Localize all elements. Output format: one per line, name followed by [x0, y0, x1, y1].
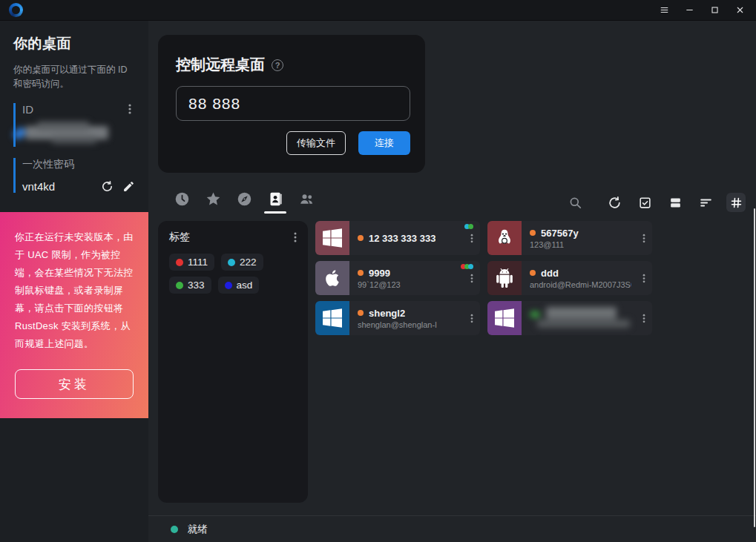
- peer-tabs: [173, 191, 315, 214]
- tab-recent-sessions[interactable]: [173, 191, 191, 214]
- scrollbar-thumb[interactable]: [754, 208, 755, 527]
- connect-remote-card: 控制远程桌面 ? 传输文件 连接: [158, 35, 425, 173]
- regenerate-password-icon[interactable]: [101, 180, 114, 193]
- refresh-button[interactable]: [605, 193, 624, 212]
- peer-card-linux[interactable]: 567567y 123@111: [487, 221, 652, 255]
- tags-title: 标签: [169, 231, 190, 244]
- tag-chip[interactable]: asd: [218, 277, 260, 294]
- peer-card-windows[interactable]: [487, 301, 652, 335]
- list-view-button[interactable]: [696, 193, 715, 212]
- status-bar: 就绪: [148, 515, 756, 542]
- peer-card-windows[interactable]: shengl2 shenglan@shenglan-l: [315, 301, 480, 335]
- peer-menu-icon[interactable]: [636, 273, 652, 284]
- sidebar-title: 你的桌面: [13, 34, 135, 53]
- peer-status-dot: [530, 270, 536, 276]
- tags-menu-icon[interactable]: [290, 231, 300, 243]
- remote-id-input[interactable]: [176, 86, 410, 121]
- minimize-icon: [685, 5, 694, 15]
- password-section: 一次性密码 vnt4kd: [13, 158, 135, 193]
- tag-color-dot: [228, 259, 235, 266]
- peer-card-apple[interactable]: 9999 99`12@123: [315, 261, 480, 295]
- install-warning-banner: 你正在运行未安装版本，由于 UAC 限制，作为被控端，会在某些情况下无法控制鼠标…: [0, 212, 148, 418]
- tag-chip[interactable]: 222: [221, 254, 263, 271]
- question-circle-icon[interactable]: ?: [272, 59, 283, 71]
- edit-password-icon[interactable]: [122, 180, 135, 193]
- peer-menu-icon[interactable]: [464, 233, 480, 244]
- id-menu-icon[interactable]: [125, 103, 135, 115]
- install-warning-text: 你正在运行未安装版本，由于 UAC 限制，作为被控端，会在某些情况下无法控制鼠标…: [15, 228, 134, 353]
- grid-hash-icon: [729, 196, 743, 210]
- transfer-file-button[interactable]: 传输文件: [286, 131, 346, 155]
- peer-name: 12 333 333 333: [369, 233, 435, 244]
- peer-status-dot: [530, 230, 536, 236]
- peer-name: shengl2: [369, 308, 405, 319]
- search-button[interactable]: [565, 193, 585, 212]
- big-tiles-view-button[interactable]: [665, 193, 685, 212]
- peer-tag-dots: [466, 224, 473, 229]
- address-book-icon: [268, 191, 283, 207]
- titlebar: [0, 0, 756, 21]
- windows-logo-icon: [315, 221, 349, 255]
- tag-chip[interactable]: 333: [169, 277, 211, 294]
- compass-icon: [237, 191, 252, 207]
- peer-username: android@Redmi-M2007J3SC: [530, 280, 631, 289]
- peer-menu-icon[interactable]: [636, 313, 652, 324]
- tag-color-dot: [225, 282, 232, 289]
- select-button[interactable]: [635, 193, 654, 212]
- tab-address-book[interactable]: [266, 191, 284, 214]
- windows-logo-icon: [487, 301, 522, 335]
- maximize-button[interactable]: [704, 2, 725, 19]
- linux-logo-icon: [487, 221, 522, 255]
- peer-grid: 12 333 333 333 567567y 123@111 9999 99`1…: [315, 221, 756, 335]
- peer-menu-icon[interactable]: [636, 233, 652, 244]
- peer-status-dot: [358, 310, 364, 316]
- peer-username: 123@111: [530, 240, 631, 249]
- peer-view-actions: [565, 193, 746, 212]
- peer-status-dot: [358, 270, 364, 276]
- tab-favorites[interactable]: [204, 191, 222, 214]
- tab-group[interactable]: [298, 191, 315, 214]
- connect-card-title: 控制远程桌面: [176, 55, 265, 75]
- cards-view-icon: [668, 196, 683, 210]
- connect-button[interactable]: 连接: [358, 131, 410, 155]
- one-time-password-label: 一次性密码: [22, 158, 135, 171]
- peer-card-android[interactable]: ddd android@Redmi-M2007J3SC: [487, 261, 652, 295]
- sidebar-description: 你的桌面可以通过下面的 ID 和密码访问。: [13, 63, 135, 92]
- maximize-icon: [710, 5, 720, 15]
- hamburger-menu-icon: [660, 5, 669, 15]
- tag-color-dot: [176, 282, 183, 289]
- id-value-redacted: [22, 122, 135, 147]
- tab-discovered[interactable]: [235, 191, 253, 214]
- android-logo-icon: [487, 261, 522, 295]
- peer-name: ddd: [541, 268, 559, 279]
- peer-menu-icon[interactable]: [464, 273, 480, 284]
- id-section: ID: [13, 103, 135, 147]
- tag-color-dot: [468, 224, 473, 229]
- sort-lines-icon: [699, 196, 713, 210]
- peer-toolbar: [148, 190, 756, 215]
- status-ready-dot: [171, 526, 178, 533]
- windows-logo-icon: [315, 301, 349, 335]
- main-area: 控制远程桌面 ? 传输文件 连接 标签 111: [148, 21, 756, 542]
- tag-label: asd: [237, 280, 253, 291]
- peer-card-windows[interactable]: 12 333 333 333: [315, 221, 480, 255]
- peer-tag-dots: [462, 264, 473, 269]
- tag-chip-list: 1111222333asd: [169, 254, 300, 294]
- close-icon: [735, 5, 745, 15]
- grid-view-button[interactable]: [726, 193, 746, 212]
- tag-label: 1111: [188, 257, 208, 268]
- status-text: 就绪: [188, 523, 208, 536]
- tag-chip[interactable]: 1111: [169, 254, 214, 271]
- hamburger-menu-button[interactable]: [654, 2, 674, 19]
- peer-username: 99`12@123: [358, 280, 459, 289]
- star-icon: [206, 191, 221, 207]
- peer-name-redacted: [530, 307, 631, 329]
- minimize-button[interactable]: [679, 2, 700, 19]
- apple-logo-icon: [315, 261, 349, 295]
- sidebar: 你的桌面 你的桌面可以通过下面的 ID 和密码访问。 ID: [0, 21, 148, 542]
- close-button[interactable]: [729, 2, 750, 19]
- install-button[interactable]: 安装: [15, 369, 134, 399]
- checkbox-icon: [638, 196, 652, 210]
- clock-icon: [174, 191, 190, 207]
- peer-menu-icon[interactable]: [464, 313, 480, 324]
